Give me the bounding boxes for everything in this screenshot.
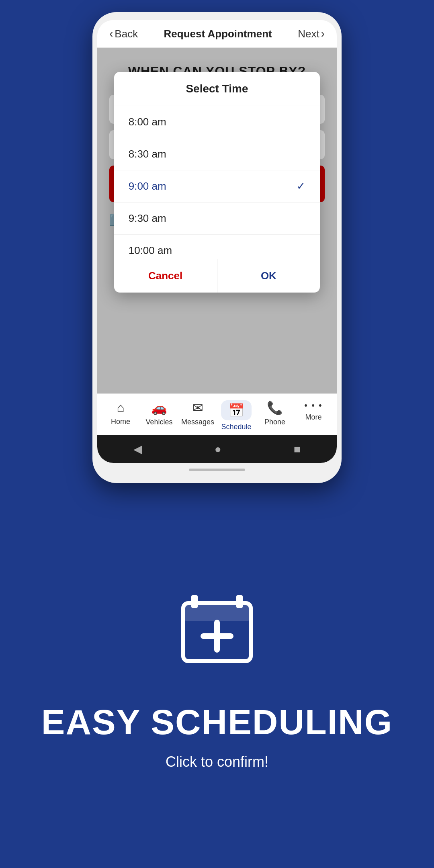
calendar-icon-wrapper — [177, 589, 257, 671]
easy-scheduling-title: EASY SCHEDULING — [41, 703, 393, 742]
home-indicator — [189, 469, 245, 471]
click-confirm-text: Click to confirm! — [166, 753, 268, 770]
more-icon: • • • — [304, 400, 322, 411]
schedule-label: Schedule — [221, 423, 251, 431]
screen-content: WHEN CAN YOU STOP BY? Date 21 › Time am … — [97, 48, 337, 393]
time-select-modal: Select Time 8:00 am 8:30 am 9:00 am — [114, 72, 320, 293]
nav-item-more[interactable]: • • • More — [294, 400, 333, 431]
phone-frame: ‹ Back Request Appointment Next › WHEN C… — [92, 12, 342, 483]
time-option-1000[interactable]: 10:00 am — [114, 235, 320, 259]
messages-label: Messages — [181, 418, 214, 426]
android-home-icon[interactable]: ● — [215, 443, 221, 456]
modal-actions: Cancel OK — [114, 259, 320, 293]
vehicles-label: Vehicles — [145, 418, 172, 426]
back-chevron-icon: ‹ — [109, 27, 113, 40]
time-label-800: 8:00 am — [129, 116, 166, 128]
time-label-900: 9:00 am — [129, 180, 166, 192]
time-option-830[interactable]: 8:30 am — [114, 138, 320, 170]
nav-item-phone[interactable]: 📞 Phone — [256, 400, 294, 431]
phone-screen: ‹ Back Request Appointment Next › WHEN C… — [97, 20, 337, 463]
home-icon: ⌂ — [117, 400, 124, 415]
time-option-900[interactable]: 9:00 am ✓ — [114, 170, 320, 203]
next-chevron-icon: › — [321, 27, 325, 40]
modal-overlay: Select Time 8:00 am 8:30 am 9:00 am — [97, 48, 337, 393]
time-label-1000: 10:00 am — [129, 244, 172, 257]
back-label: Back — [115, 28, 138, 40]
next-button[interactable]: Next › — [298, 27, 325, 40]
nav-item-home[interactable]: ⌂ Home — [101, 400, 140, 431]
back-button[interactable]: ‹ Back — [109, 27, 138, 40]
time-option-800[interactable]: 8:00 am — [114, 106, 320, 138]
top-nav: ‹ Back Request Appointment Next › — [97, 20, 337, 48]
nav-item-messages[interactable]: ✉ Messages — [178, 400, 217, 431]
messages-icon: ✉ — [192, 400, 203, 416]
nav-item-schedule[interactable]: 📅 Schedule — [217, 400, 256, 431]
nav-item-vehicles[interactable]: 🚗 Vehicles — [140, 400, 178, 431]
time-label-930: 9:30 am — [129, 212, 166, 225]
bottom-nav: ⌂ Home 🚗 Vehicles ✉ Messages 📅 Schedule — [97, 393, 337, 435]
phone-label: Phone — [264, 418, 285, 426]
phone-icon: 📞 — [267, 400, 283, 416]
modal-title: Select Time — [126, 82, 308, 95]
more-label: More — [305, 413, 321, 422]
calendar-add-icon — [177, 589, 257, 669]
calendar-section: EASY SCHEDULING Click to confirm! — [0, 483, 434, 868]
home-label: Home — [111, 418, 130, 426]
time-option-930[interactable]: 9:30 am — [114, 203, 320, 235]
android-nav: ◀ ● ■ — [97, 435, 337, 463]
time-label-830: 8:30 am — [129, 148, 166, 160]
svg-rect-3 — [183, 603, 251, 621]
cancel-button[interactable]: Cancel — [114, 259, 217, 293]
android-back-icon[interactable]: ◀ — [133, 442, 142, 456]
schedule-icon: 📅 — [228, 403, 244, 418]
android-recents-icon[interactable]: ■ — [294, 443, 301, 456]
next-label: Next — [298, 28, 319, 40]
phone-wrapper: ‹ Back Request Appointment Next › WHEN C… — [0, 0, 434, 483]
ok-button[interactable]: OK — [217, 259, 320, 293]
time-options-list: 8:00 am 8:30 am 9:00 am ✓ 9:30 am — [114, 106, 320, 259]
vehicles-icon: 🚗 — [151, 400, 167, 416]
nav-title: Request Appointment — [164, 28, 272, 40]
check-icon: ✓ — [297, 180, 305, 192]
modal-header: Select Time — [114, 72, 320, 106]
